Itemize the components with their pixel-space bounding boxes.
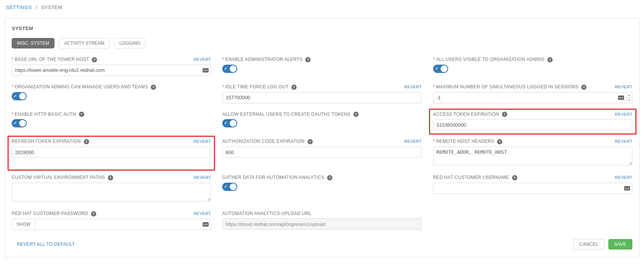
help-icon[interactable]: ? <box>581 85 586 90</box>
revert-access-token[interactable]: REVERT <box>615 112 632 117</box>
field-http-basic: *ENABLE HTTP BASIC AUTH ? ✓ <box>12 112 211 131</box>
input-upload-url <box>222 218 421 230</box>
input-base-url[interactable] <box>12 65 211 76</box>
field-org-admins-manage: *ORGANIZATION ADMINS CAN MANAGE USERS AN… <box>12 84 211 103</box>
tab-misc-system[interactable]: MISC. SYSTEM <box>12 38 55 48</box>
help-icon[interactable]: ? <box>79 112 84 117</box>
revert-base-url[interactable]: REVERT <box>194 57 211 62</box>
field-venv-paths: CUSTOM VIRTUAL ENVIRONMENT PATHS ? REVER… <box>12 175 211 203</box>
label-max-sessions: *MAXIMUM NUMBER OF SIMULTANEOUS LOGGED I… <box>433 84 587 90</box>
settings-grid: *BASE URL OF THE TOWER HOST ? REVERT •••… <box>12 57 632 230</box>
help-icon[interactable]: ? <box>108 175 113 180</box>
field-base-url: *BASE URL OF THE TOWER HOST ? REVERT ••• <box>12 57 211 76</box>
toggle-oauth-external[interactable]: ✓ <box>222 119 237 127</box>
toggle-org-admins-manage[interactable]: ✓ <box>12 92 27 100</box>
help-icon[interactable]: ? <box>512 175 517 180</box>
tab-activity-stream[interactable]: ACTIVITY STREAM <box>59 38 110 48</box>
label-rh-password: RED HAT CUSTOMER PASSWORD ? <box>12 211 96 216</box>
help-icon[interactable]: ? <box>92 57 97 62</box>
label-base-url: *BASE URL OF THE TOWER HOST ? <box>12 57 97 62</box>
textarea-venv-paths[interactable] <box>12 183 211 201</box>
help-icon[interactable]: ? <box>291 85 297 90</box>
label-upload-url: AUTOMATION ANALYTICS UPLOAD URL. <box>222 211 312 216</box>
label-http-basic: *ENABLE HTTP BASIC AUTH ? <box>12 112 84 117</box>
toggle-http-basic[interactable]: ✓ <box>12 119 27 127</box>
cancel-button[interactable]: CANCEL <box>573 239 605 250</box>
textarea-remote-headers[interactable]: REMOTE_ADDR, REMOTE_HOST <box>433 147 632 165</box>
revert-remote-headers[interactable]: REVERT <box>615 139 632 144</box>
tabs: MISC. SYSTEM ACTIVITY STREAM LOGGING <box>12 38 632 48</box>
field-empty <box>433 211 632 230</box>
help-icon[interactable]: ? <box>305 57 311 62</box>
field-gather-analytics: GATHER DATA FOR AUTOMATION ANALYTICS ? ✓ <box>222 175 421 203</box>
revert-max-sessions[interactable]: REVERT <box>615 85 632 89</box>
toggle-all-users-visible[interactable]: ✓ <box>433 65 448 73</box>
field-idle-time: *IDLE TIME FORCE LOG OUT ? REVERT <box>222 84 421 103</box>
breadcrumb-sep: / <box>36 5 37 10</box>
field-max-sessions: *MAXIMUM NUMBER OF SIMULTANEOUS LOGGED I… <box>433 84 632 103</box>
revert-all-button[interactable]: REVERT ALL TO DEFAULT <box>12 242 75 247</box>
help-icon[interactable]: ? <box>353 112 359 117</box>
tab-logging[interactable]: LOGGING <box>114 38 145 48</box>
breadcrumb-current: SYSTEM <box>41 5 62 10</box>
field-admin-alerts: *ENABLE ADMINISTRATOR ALERTS ? ✓ <box>222 57 421 76</box>
label-venv-paths: CUSTOM VIRTUAL ENVIRONMENT PATHS ? <box>12 175 113 180</box>
field-oauth-external: ALLOW EXTERNAL USERS TO CREATE OAUTH2 TO… <box>222 112 421 131</box>
field-refresh-token: REFRESH TOKEN EXPIRATION ? REVERT <box>8 136 215 171</box>
spinner-max-sessions[interactable]: ▲▼ <box>626 92 632 103</box>
help-icon[interactable]: ? <box>547 57 553 62</box>
field-remote-headers: *REMOTE HOST HEADERS ? REVERT REMOTE_ADD… <box>433 139 632 166</box>
field-upload-url: AUTOMATION ANALYTICS UPLOAD URL. <box>222 211 421 230</box>
help-icon[interactable]: ? <box>151 85 156 90</box>
field-auth-code: AUTHORIZATION CODE EXPIRATION ? REVERT <box>222 139 421 166</box>
help-icon[interactable]: ? <box>91 211 96 216</box>
label-auth-code: AUTHORIZATION CODE EXPIRATION ? <box>222 139 313 144</box>
field-rh-password: RED HAT CUSTOMER PASSWORD ? REVERT SHOW … <box>12 211 211 230</box>
input-refresh-token[interactable] <box>12 147 211 158</box>
field-all-users-visible: *ALL USERS VISIBLE TO ORGANIZATION ADMIN… <box>433 57 632 76</box>
panel-title: SYSTEM <box>12 26 632 31</box>
input-auth-code[interactable] <box>222 147 421 158</box>
field-rh-username: RED HAT CUSTOMER USERNAME ? REVERT ••• <box>433 175 632 203</box>
expand-icon[interactable]: ••• <box>203 68 209 73</box>
spinner-up-icon[interactable]: ▲ <box>626 92 632 98</box>
input-max-sessions[interactable] <box>433 92 632 103</box>
show-password-button[interactable]: SHOW <box>12 219 35 230</box>
label-idle-time: *IDLE TIME FORCE LOG OUT ? <box>222 84 296 90</box>
spinner-down-icon[interactable]: ▼ <box>626 98 632 103</box>
input-access-token[interactable] <box>433 119 632 130</box>
help-icon[interactable]: ? <box>497 139 502 144</box>
input-rh-password[interactable] <box>35 219 211 230</box>
label-admin-alerts: *ENABLE ADMINISTRATOR ALERTS ? <box>222 57 311 62</box>
help-icon[interactable]: ? <box>84 139 89 144</box>
footer: REVERT ALL TO DEFAULT CANCEL SAVE <box>12 239 632 250</box>
revert-auth-code[interactable]: REVERT <box>404 139 421 144</box>
breadcrumb-root[interactable]: SETTINGS <box>6 5 32 10</box>
label-all-users-visible: *ALL USERS VISIBLE TO ORGANIZATION ADMIN… <box>433 57 553 62</box>
label-org-admins-manage: *ORGANIZATION ADMINS CAN MANAGE USERS AN… <box>12 84 156 90</box>
label-remote-headers: *REMOTE HOST HEADERS ? <box>433 139 502 144</box>
label-rh-username: RED HAT CUSTOMER USERNAME ? <box>433 175 517 180</box>
toggle-gather-analytics[interactable]: ✓ <box>222 183 237 191</box>
breadcrumb: SETTINGS / SYSTEM <box>0 0 644 13</box>
expand-icon[interactable]: ••• <box>618 95 624 100</box>
revert-refresh-token[interactable]: REVERT <box>194 139 211 144</box>
toggle-admin-alerts[interactable]: ✓ <box>222 65 237 73</box>
save-button[interactable]: SAVE <box>608 239 632 250</box>
help-icon[interactable]: ? <box>327 175 332 180</box>
field-access-token: ACCESS TOKEN EXPIRATION ? REVERT <box>429 109 636 135</box>
input-rh-username[interactable] <box>433 183 632 194</box>
revert-venv-paths[interactable]: REVERT <box>194 175 211 180</box>
help-icon[interactable]: ? <box>308 139 313 144</box>
help-icon[interactable]: ? <box>502 112 507 117</box>
expand-icon[interactable]: ••• <box>203 222 209 227</box>
revert-rh-username[interactable]: REVERT <box>615 175 632 180</box>
expand-icon[interactable]: ••• <box>624 186 630 191</box>
revert-rh-password[interactable]: REVERT <box>194 211 211 216</box>
label-gather-analytics: GATHER DATA FOR AUTOMATION ANALYTICS ? <box>222 175 332 180</box>
input-idle-time[interactable] <box>222 92 421 103</box>
revert-idle-time[interactable]: REVERT <box>404 85 421 89</box>
label-access-token: ACCESS TOKEN EXPIRATION ? <box>433 112 507 117</box>
label-refresh-token: REFRESH TOKEN EXPIRATION ? <box>12 139 89 144</box>
system-panel: SYSTEM MISC. SYSTEM ACTIVITY STREAM LOGG… <box>5 18 639 257</box>
